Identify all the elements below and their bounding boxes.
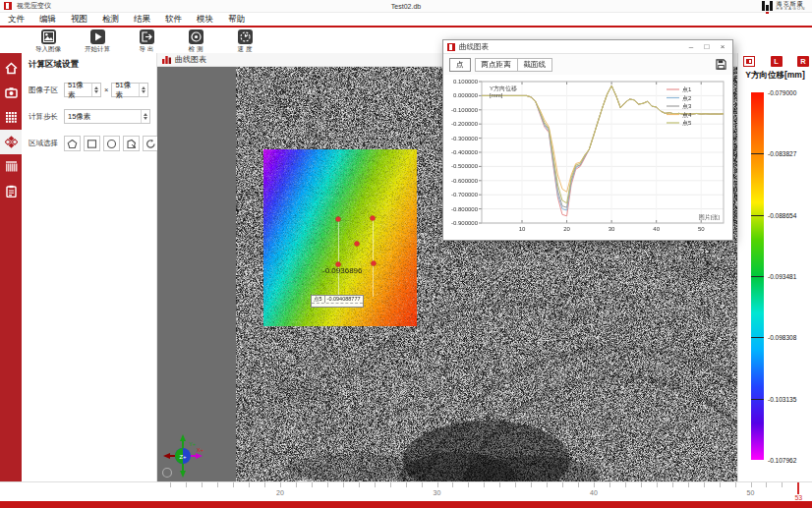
menu-item[interactable]: 视图 (71, 14, 87, 26)
camera-icon (5, 86, 18, 99)
frame-timeline[interactable]: 2030405053 (0, 481, 812, 501)
colorbar-tick (751, 337, 764, 338)
chart-xtick-label: 50 (698, 226, 705, 232)
timeline-tick (312, 482, 313, 487)
timeline-tick (343, 482, 344, 487)
timeline-tick (280, 482, 281, 487)
timeline-label: 20 (276, 489, 284, 496)
rail-item-report[interactable] (0, 179, 22, 203)
right-view-button[interactable]: R (797, 56, 809, 67)
timeline-tick (296, 482, 297, 487)
measurement-point-marker[interactable] (371, 216, 376, 221)
spinner-arrows[interactable] (141, 110, 149, 123)
rail-item-strain-comb[interactable] (0, 154, 22, 179)
rail-item-camera[interactable] (0, 81, 22, 105)
home-icon (5, 62, 18, 75)
orientation-gizmo[interactable]: Z+Y+X+ (159, 432, 210, 481)
chart-window-titlebar[interactable]: 曲线图表 – □ × (443, 40, 732, 54)
curve-chart-plot[interactable]: 0.1000000.000000-0.100000-0.200000-0.300… (443, 75, 732, 240)
timeline-label: 30 (434, 489, 441, 496)
colorbar-tick-label: -0.088654 (768, 211, 796, 218)
menu-item[interactable]: 模块 (197, 14, 213, 26)
menu-item[interactable]: 编辑 (39, 14, 56, 26)
measurement-point-marker[interactable] (372, 261, 377, 266)
report-icon (5, 185, 18, 198)
step-spinner[interactable]: 15像素 (64, 109, 150, 124)
timeline-tick (578, 482, 579, 487)
subset-y-value: 51像素 (112, 81, 139, 100)
rail-item-home[interactable] (0, 56, 22, 81)
chart-ylabel: Y方向位移 (490, 85, 517, 92)
chart-icon (162, 55, 171, 64)
colorbar-panel: L R Y方向位移[mm] -0.079000-0.083827-0.08865… (737, 53, 812, 481)
toolbar-button[interactable]: 开始计算 (81, 29, 114, 54)
dual-view-button[interactable] (743, 56, 755, 67)
polygon-icon (126, 139, 137, 149)
menu-item[interactable]: 文件 (8, 14, 25, 26)
measurement-point-marker[interactable] (336, 217, 341, 222)
chart-xtick-label: 20 (563, 226, 570, 232)
two-point-distance-button[interactable]: 两点距离 (475, 58, 518, 72)
timeline-tick (327, 482, 328, 487)
point-tool-button[interactable]: 点 (449, 58, 471, 72)
timeline-tick (515, 482, 516, 487)
maximize-button[interactable]: □ (701, 41, 713, 53)
polygon-region-button[interactable] (123, 136, 140, 151)
timeline-tick (390, 482, 391, 487)
rectangle-region-button[interactable] (84, 136, 100, 151)
subset-y-spinner[interactable]: 51像素 (111, 83, 148, 97)
left-view-button[interactable]: L (771, 56, 783, 67)
start-calc-icon (90, 29, 105, 44)
rail-item-speckle-analysis[interactable] (0, 130, 22, 154)
toolbar-button[interactable]: 导 出 (130, 29, 163, 54)
chart-ytick-label: 0.000000 (453, 92, 479, 98)
application-window: 视觉应变仪 Test02.db 海克斯康 HEXAGON 文件编辑视图检测结果软… (0, 0, 812, 508)
detect-icon (189, 29, 203, 44)
colorbar-tick-label: -0.079000 (768, 89, 796, 96)
timeline-tick (170, 482, 171, 487)
reset-icon (145, 139, 156, 149)
strain-comb-icon (5, 160, 18, 173)
timeline-label: 50 (747, 489, 755, 496)
save-chart-button[interactable] (716, 59, 726, 70)
timeline-tick (499, 482, 500, 487)
timeline-tick (233, 482, 234, 487)
measurement-point-marker[interactable] (355, 242, 360, 247)
menu-item[interactable]: 软件 (165, 14, 182, 26)
timeline-label: 40 (590, 489, 598, 496)
times-separator: × (104, 85, 108, 94)
rail-item-calibration-grid[interactable] (0, 105, 22, 130)
timeline-tick (264, 482, 265, 487)
toolbar-button[interactable]: 导入图像 (31, 29, 65, 54)
close-button[interactable]: × (717, 41, 728, 53)
section-line-button[interactable]: 截面线 (518, 58, 553, 72)
legend-label: 点3 (682, 103, 692, 109)
timeline-tick (468, 482, 469, 487)
spinner-arrows[interactable] (139, 84, 147, 96)
freeform-region-button[interactable] (64, 136, 81, 151)
freeform-icon (67, 139, 78, 149)
window-logo-icon (447, 43, 455, 51)
menu-item[interactable]: 结果 (134, 14, 150, 26)
chart-ytick-label: -0.200000 (451, 121, 479, 127)
spinner-arrows[interactable] (91, 84, 100, 96)
timeline-tick (609, 482, 610, 487)
curve-chart-window[interactable]: 曲线图表 – □ × 点 两点距离 截面线 0.1000000.000000-0… (442, 39, 733, 241)
chart-xlabel: 图片[张] (699, 214, 721, 221)
timeline-current-label: 53 (794, 494, 802, 501)
timeline-tick (249, 482, 250, 487)
toolbar-button[interactable]: 检 测 (179, 29, 212, 54)
speckle-analysis-icon (5, 136, 18, 148)
menu-item[interactable]: 检测 (102, 14, 119, 26)
toolbar-button[interactable]: 速 度 (228, 29, 261, 54)
circle-icon (106, 139, 117, 149)
colorbar-tick-label: -0.098308 (768, 334, 796, 341)
menu-item[interactable]: 帮助 (228, 14, 245, 26)
circle-region-button[interactable] (103, 136, 120, 151)
subset-x-spinner[interactable]: 51像素 (64, 83, 101, 97)
colorbar-tick (751, 399, 764, 400)
timeline-tick (672, 482, 673, 487)
minimize-button[interactable]: – (685, 41, 697, 53)
timeline-tick (688, 482, 689, 487)
timeline-cursor[interactable] (797, 482, 799, 494)
